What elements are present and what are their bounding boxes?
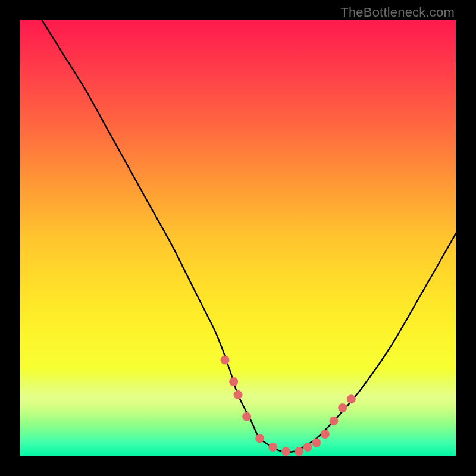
highlight-dot — [347, 394, 356, 403]
highlight-dot — [242, 412, 251, 421]
bottleneck-curve — [42, 20, 456, 452]
highlight-dot — [321, 430, 330, 439]
highlight-dot — [312, 439, 321, 447]
highlight-dots-group — [221, 356, 356, 456]
highlight-dot — [268, 443, 277, 452]
chart-svg — [20, 20, 456, 456]
highlight-dot — [281, 447, 290, 456]
highlight-dot — [303, 443, 312, 452]
watermark-text: TheBottleneck.com — [340, 5, 455, 20]
chart-frame: TheBottleneck.com — [0, 0, 476, 476]
plot-area — [20, 20, 456, 456]
highlight-dot — [229, 377, 238, 386]
highlight-dot — [338, 403, 347, 412]
highlight-dot — [295, 447, 303, 456]
highlight-dot — [221, 356, 230, 365]
highlight-dot — [234, 390, 243, 399]
highlight-dot — [255, 434, 264, 443]
highlight-dot — [330, 416, 339, 425]
